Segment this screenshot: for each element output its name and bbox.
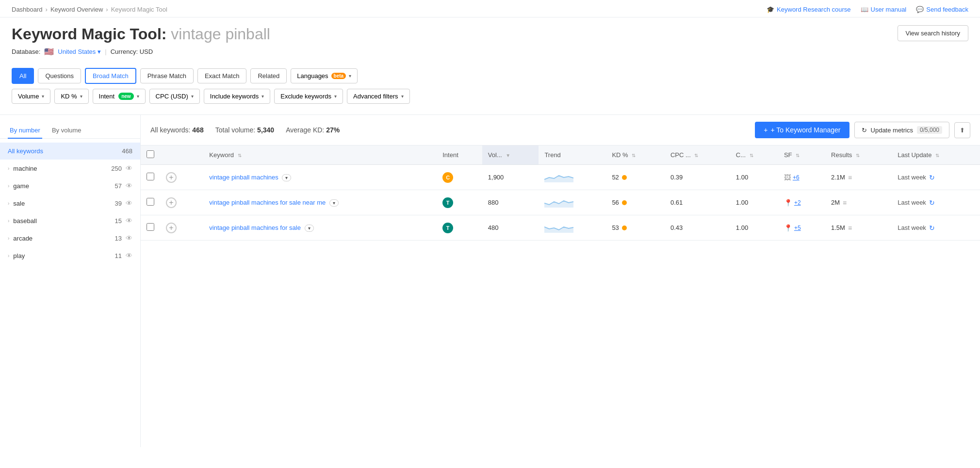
add-keyword-button[interactable]: +	[166, 223, 177, 233]
trend-col-header[interactable]: Trend	[539, 145, 606, 165]
last-update-cell: Last week ↻	[892, 215, 980, 241]
intent-badge-transactional: T	[442, 223, 453, 233]
kd-filter[interactable]: KD % ▾	[54, 89, 88, 104]
breadcrumb: Dashboard › Keyword Overview › Keyword M…	[12, 6, 167, 13]
chevron-right-icon: ›	[8, 166, 9, 171]
update-metrics-button[interactable]: ↻ Update metrics 0/5,000	[854, 122, 949, 138]
keywords-table: Keyword ⇅ Intent Vol... ▼ Trend KD % ⇅ C…	[141, 145, 980, 241]
cpc-col-header[interactable]: CPC ... ⇅	[665, 145, 730, 165]
kd-difficulty-dot	[622, 226, 627, 230]
send-feedback-link[interactable]: 💬 Send feedback	[916, 6, 968, 13]
select-all-checkbox[interactable]	[147, 150, 154, 158]
kd-cell: 56	[606, 190, 665, 215]
top-links: 🎓 Keyword Research course 📖 User manual …	[767, 6, 968, 13]
breadcrumb-dashboard[interactable]: Dashboard	[12, 6, 43, 13]
content-area: By number By volume All keywords 468 › m…	[0, 115, 980, 447]
database-selector[interactable]: United States ▾	[58, 48, 101, 55]
tab-phrase-match[interactable]: Phrase Match	[140, 68, 194, 83]
eye-icon[interactable]: 👁	[126, 217, 132, 225]
sort-icon: ▼	[506, 153, 510, 158]
eye-icon[interactable]: 👁	[126, 182, 132, 190]
keyword-col-header[interactable]: Keyword ⇅	[203, 145, 437, 165]
volume-filter[interactable]: Volume ▾	[12, 89, 50, 104]
kd-difficulty-dot	[622, 175, 627, 180]
include-keywords-filter[interactable]: Include keywords ▾	[204, 89, 270, 104]
keyword-link[interactable]: vintage pinball machines for sale near m…	[209, 199, 326, 206]
sf-count[interactable]: +6	[793, 174, 800, 181]
results-col-header[interactable]: Results ⇅	[825, 145, 892, 165]
refresh-icon[interactable]: ↻	[929, 199, 935, 207]
tab-exact-match[interactable]: Exact Match	[197, 68, 247, 83]
tab-questions[interactable]: Questions	[38, 68, 81, 83]
keyword-cell: vintage pinball machines ▾	[203, 165, 437, 190]
eye-icon[interactable]: 👁	[126, 164, 132, 172]
refresh-icon[interactable]: ↻	[929, 174, 935, 181]
tab-all[interactable]: All	[12, 68, 34, 84]
eye-icon[interactable]: 👁	[126, 199, 132, 207]
row-checkbox[interactable]	[147, 223, 154, 231]
keyword-link[interactable]: vintage pinball machines	[209, 174, 278, 181]
eye-icon[interactable]: 👁	[126, 234, 132, 242]
sidebar-item-arcade[interactable]: › arcade 13 👁	[0, 229, 140, 247]
sidebar-tab-by-number[interactable]: By number	[8, 123, 42, 139]
keyword-expand-button[interactable]: ▾	[282, 174, 291, 181]
view-search-history-button[interactable]: View search history	[898, 25, 968, 41]
add-keyword-button[interactable]: +	[166, 197, 177, 208]
eye-icon[interactable]: 👁	[126, 252, 132, 259]
languages-button[interactable]: Languages beta ▾	[291, 68, 358, 83]
chevron-down-icon: ▾	[261, 94, 264, 99]
intent-filter[interactable]: Intent new ▾	[93, 89, 146, 104]
refresh-icon[interactable]: ↻	[929, 224, 935, 232]
last-update-cell: Last week ↻	[892, 190, 980, 215]
feedback-icon: 💬	[916, 6, 924, 13]
sidebar-item-all-keywords[interactable]: All keywords 468	[0, 143, 140, 160]
breadcrumb-keyword-overview[interactable]: Keyword Overview	[50, 6, 103, 13]
advanced-filters[interactable]: Advanced filters ▾	[347, 89, 410, 104]
course-icon: 🎓	[767, 6, 774, 13]
top-bar: Dashboard › Keyword Overview › Keyword M…	[0, 0, 980, 17]
table-row: + vintage pinball machines for sale near…	[141, 190, 980, 215]
tab-broad-match[interactable]: Broad Match	[85, 68, 136, 84]
keyword-expand-button[interactable]: ▾	[329, 199, 339, 207]
intent-col-header[interactable]: Intent	[437, 145, 482, 165]
sidebar-tab-by-volume[interactable]: By volume	[50, 123, 83, 139]
chevron-down-icon: ▾	[334, 94, 337, 99]
cpc-filter[interactable]: CPC (USD) ▾	[149, 89, 200, 104]
sidebar-item-sale[interactable]: › sale 39 👁	[0, 194, 140, 212]
keyword-research-course-link[interactable]: 🎓 Keyword Research course	[767, 6, 850, 13]
sidebar-item-machine[interactable]: › machine 250 👁	[0, 160, 140, 177]
sidebar-item-baseball[interactable]: › baseball 15 👁	[0, 212, 140, 229]
sf-count[interactable]: +2	[794, 199, 801, 206]
volume-col-header[interactable]: Vol... ▼	[482, 145, 539, 165]
volume-cell: 1,900	[482, 165, 539, 190]
list-icon: ≡	[848, 174, 852, 181]
sf-count[interactable]: +5	[794, 225, 801, 231]
kd-cell: 53	[606, 215, 665, 241]
exclude-keywords-filter[interactable]: Exclude keywords ▾	[274, 89, 343, 104]
tab-related[interactable]: Related	[250, 68, 287, 83]
row-checkbox[interactable]	[147, 198, 154, 206]
keyword-expand-button[interactable]: ▾	[305, 225, 314, 232]
add-cell: +	[160, 165, 203, 190]
last-update-col-header[interactable]: Last Update ⇅	[892, 145, 980, 165]
intent-cell: C	[437, 165, 482, 190]
intent-badge-transactional: T	[442, 197, 453, 208]
sort-icon: ⇅	[856, 153, 860, 158]
subtitle: Database: 🇺🇸 United States ▾ | Currency:…	[12, 47, 968, 56]
sidebar-item-play[interactable]: › play 11 👁	[0, 247, 140, 264]
total-volume-stat: Total volume: 5,340	[215, 126, 274, 134]
sidebar-item-game[interactable]: › game 57 👁	[0, 177, 140, 194]
sf-cell: 📍 +5	[778, 215, 825, 241]
results-cell: 1.5M ≡	[825, 215, 892, 241]
sf-col-header[interactable]: SF ⇅	[778, 145, 825, 165]
user-manual-link[interactable]: 📖 User manual	[861, 6, 907, 13]
row-checkbox[interactable]	[147, 173, 154, 180]
comp-col-header[interactable]: C... ⇅	[730, 145, 778, 165]
kd-col-header[interactable]: KD % ⇅	[606, 145, 665, 165]
intent-cell: T	[437, 190, 482, 215]
sf-cell: 📍 +2	[778, 190, 825, 215]
keyword-link[interactable]: vintage pinball machines for sale	[209, 224, 301, 231]
to-keyword-manager-button[interactable]: + + To Keyword Manager	[755, 122, 849, 138]
export-button[interactable]: ⬆	[954, 122, 970, 138]
add-keyword-button[interactable]: +	[166, 172, 177, 183]
